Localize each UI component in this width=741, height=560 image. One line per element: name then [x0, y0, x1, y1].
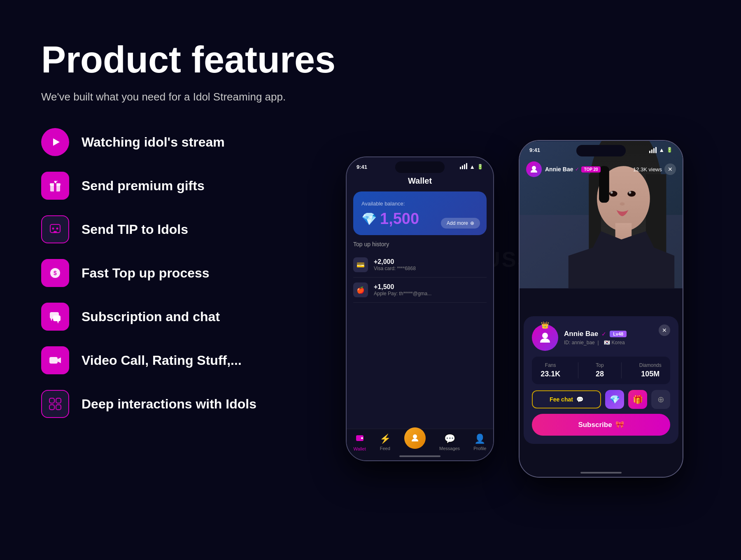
profile-name: Annie Bae: [564, 330, 598, 338]
feature-item-video: Video Call, Rating Stuff,...: [41, 346, 338, 374]
center-nav-button[interactable]: [404, 427, 426, 449]
history-icon-apple: 🍎: [353, 282, 368, 297]
feature-item-topup: $ Fast Top up process: [41, 259, 338, 287]
country-name: Korea: [612, 340, 625, 345]
status-icons-back: ▲ 🔋: [460, 163, 483, 170]
wifi-icon: ▲: [469, 163, 475, 170]
wallet-header: Wallet: [347, 173, 493, 191]
profile-actions: Fee chat 💬 💎 🎁 ⊕: [532, 390, 670, 409]
svg-point-23: [413, 434, 417, 439]
top-label: Top: [596, 362, 604, 368]
streamer-name-area: Annie Bae ✓ TOP 20: [545, 166, 601, 173]
streamer-info: Annie Bae ✓ TOP 20: [526, 161, 601, 177]
feature-text-topup: Fast Top up process: [82, 266, 210, 281]
more-action-button[interactable]: ⊕: [651, 390, 670, 409]
nav-center[interactable]: [404, 436, 426, 449]
page-subtitle: We've built what you need for a Idol Str…: [41, 91, 338, 103]
topup-icon: $: [41, 259, 69, 287]
feature-item-gifts: Send premium gifts: [41, 172, 338, 200]
svg-rect-13: [53, 315, 61, 321]
svg-point-7: [56, 228, 58, 230]
profile-name-row: Annie Bae ✓ Lv48: [564, 330, 627, 338]
watch-icon: [41, 128, 69, 156]
stat-divider-2: [621, 362, 622, 378]
deep-icon: [41, 390, 69, 418]
svg-marker-0: [53, 138, 60, 146]
svg-rect-15: [49, 357, 58, 364]
present-action-button[interactable]: 🎁: [628, 390, 647, 409]
country-flag: 🇰🇷: [604, 340, 610, 345]
phone-wallet: 9:41 ▲ 🔋 Wa: [346, 156, 494, 461]
stream-close-button[interactable]: ✕: [664, 163, 676, 175]
profile-close-button[interactable]: ✕: [659, 324, 670, 336]
streamer-name: Annie Bae: [545, 166, 573, 173]
svg-rect-8: [54, 231, 57, 232]
wallet-card: Available balance: 💎 1,500 Add more ⊕: [353, 191, 487, 235]
present-action-icon: 🎁: [633, 394, 643, 404]
history-method-1: Apple Pay: th*****@gma...: [374, 291, 487, 296]
history-amount-0: +2,000: [374, 258, 487, 266]
phone-notch-back: [395, 161, 445, 173]
view-count: 12.3K views ✕: [633, 163, 676, 175]
feature-item-watch: Watching idol's stream: [41, 128, 338, 156]
svg-point-31: [627, 191, 636, 197]
page-wrapper: Product features We've built what you ne…: [0, 0, 741, 560]
svg-rect-2: [54, 185, 56, 191]
nav-feed[interactable]: ⚡ Feed: [380, 434, 391, 451]
phone-notch-front: [576, 145, 626, 156]
feed-nav-label: Feed: [380, 446, 390, 451]
stat-top: Top 28: [596, 362, 604, 378]
svg-rect-20: [56, 405, 61, 410]
fee-chat-label: Fee chat: [550, 396, 573, 403]
gift-action-icon: 💎: [610, 394, 620, 404]
feature-text-tip: Send TIP to Idols: [82, 222, 188, 237]
svg-marker-12: [51, 319, 52, 321]
feature-item-tip: Send TIP to Idols: [41, 215, 338, 243]
stream-screen: 9:41 ▲ 🔋: [520, 141, 683, 477]
gifts-icon: [41, 172, 69, 200]
level-badge: Lv48: [610, 331, 627, 337]
stat-divider-1: [578, 362, 578, 378]
nav-profile[interactable]: 👤 Profile: [473, 434, 486, 451]
profile-avatar-large: 👑: [532, 324, 558, 351]
subscribe-button[interactable]: Subscribe 🎀: [532, 414, 670, 436]
fee-chat-button[interactable]: Fee chat 💬: [532, 390, 601, 408]
subscribe-icon: 🎀: [615, 420, 624, 429]
feature-text-chat: Subscription and chat: [82, 309, 220, 324]
chat-icon: [41, 303, 69, 331]
video-icon: [41, 346, 69, 374]
feature-text-watch: Watching idol's stream: [82, 135, 225, 150]
history-details-0: +2,000 Visa card: ****6868: [374, 258, 487, 271]
add-more-label: Add more: [447, 220, 468, 226]
add-more-button[interactable]: Add more ⊕: [441, 218, 480, 229]
stat-diamonds: Diamonds 105M: [639, 362, 662, 378]
wallet-screen: 9:41 ▲ 🔋 Wa: [347, 157, 493, 460]
diamonds-label: Diamonds: [639, 362, 662, 368]
history-section: Top up history 💳 +2,000 Visa card: ****6…: [347, 241, 493, 303]
profile-nav-icon: 👤: [474, 434, 485, 444]
add-more-icon: ⊕: [470, 220, 474, 226]
profile-card: 👑 Annie Bae ✓ Lv48 ID: annie_: [524, 316, 678, 444]
svg-text:$: $: [54, 270, 57, 276]
more-action-icon: ⊕: [657, 394, 664, 404]
messages-nav-label: Messages: [439, 446, 460, 451]
diamonds-value: 105M: [639, 370, 662, 378]
right-section: ANYUSJ.COM® 9:41: [338, 33, 708, 486]
status-icons-front: ▲ 🔋: [649, 147, 673, 153]
stream-header: Annie Bae ✓ TOP 20 12.3K views ✕: [520, 161, 683, 177]
nav-wallet[interactable]: Wallet: [354, 433, 366, 451]
feed-nav-icon: ⚡: [380, 434, 391, 444]
feature-text-gifts: Send premium gifts: [82, 178, 205, 194]
profile-identity: 👑 Annie Bae ✓ Lv48 ID: annie_: [532, 324, 627, 351]
feature-text-deep: Deep interactions with Idols: [82, 397, 256, 412]
feature-item-deep: Deep interactions with Idols: [41, 390, 338, 418]
time-back: 9:41: [357, 164, 367, 170]
gift-action-button[interactable]: 💎: [605, 390, 624, 409]
history-icon-card: 💳: [353, 257, 368, 272]
messages-nav-icon: 💬: [444, 434, 455, 444]
svg-point-34: [620, 202, 625, 205]
home-indicator-back: [399, 455, 440, 457]
svg-rect-19: [49, 405, 54, 410]
nav-messages[interactable]: 💬 Messages: [439, 434, 460, 451]
subscribe-label: Subscribe: [578, 421, 612, 429]
